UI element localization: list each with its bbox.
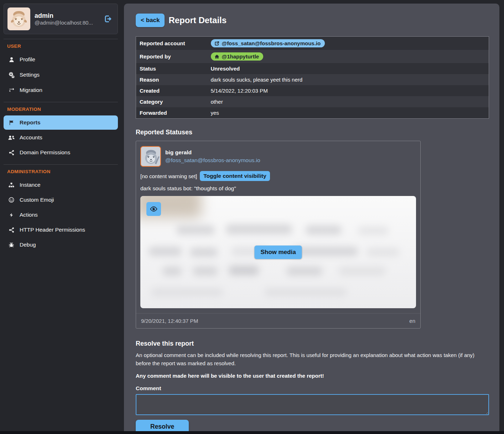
sidebar-item-label: Settings: [20, 72, 40, 78]
avatar: [140, 146, 161, 167]
blur-blob: [292, 247, 358, 256]
title-row: < back Report Details: [136, 14, 489, 27]
blur-blob: [229, 265, 259, 275]
status-display-name: big gerald: [165, 149, 260, 156]
comment-label: Comment: [136, 385, 489, 392]
sidebar-item-profile[interactable]: Profile: [4, 52, 118, 67]
main-wrap: < back Report Details Reported account: [124, 0, 504, 434]
divider: [4, 164, 118, 165]
created-value: 5/14/2022, 12:20:03 PM: [207, 85, 489, 96]
show-media-button[interactable]: Show media: [254, 246, 302, 259]
status-media-blurred[interactable]: Show media: [140, 196, 416, 308]
bolt-icon: [8, 212, 15, 218]
report-details-panel: < back Report Details Reported account: [124, 4, 499, 434]
sidebar-item-custom-emoji[interactable]: Custom Emoji: [4, 193, 118, 207]
table-row-reported-account: Reported account @foss_satan@fossbros-an…: [136, 37, 489, 50]
blur-blob: [193, 267, 218, 276]
share-nodes-icon: [8, 227, 15, 233]
sidebar-item-label: Debug: [20, 242, 36, 248]
blur-blob: [149, 247, 182, 256]
sidebar-item-label: Actions: [20, 212, 38, 218]
row-label: Reason: [136, 74, 207, 85]
eye-icon: [150, 205, 158, 213]
section-heading-moderation: MODERATION: [4, 106, 118, 113]
resolve-warning: Any comment made here will be visible to…: [136, 373, 489, 379]
sidebar-item-domain-permissions[interactable]: Domain Permissions: [4, 145, 118, 160]
sidebar-item-migration[interactable]: Migration: [4, 83, 118, 97]
back-button[interactable]: < back: [136, 14, 165, 27]
status-author: big gerald @foss_satan@fossbros-anonymou…: [165, 149, 260, 164]
sign-out-icon: [103, 14, 113, 24]
table-row-category: Category other: [136, 96, 489, 107]
share-nodes-icon: [8, 150, 15, 156]
sidebar-item-http-header-permissions[interactable]: HTTP Header Permissions: [4, 223, 118, 237]
user-name: admin: [35, 12, 98, 20]
row-label: Status: [136, 63, 207, 74]
blur-blob: [264, 288, 347, 296]
sidebar-item-label: Reports: [20, 119, 41, 126]
user-meta: admin @admin@localhost:80...: [35, 12, 98, 26]
status-timestamp: 9/20/2021, 12:40:37 PM: [141, 318, 198, 324]
sidebar-item-instance[interactable]: Instance: [4, 178, 118, 192]
sidebar-item-label: Instance: [20, 182, 41, 188]
row-label: Forwarded: [136, 107, 207, 119]
reported-account-pill[interactable]: @foss_satan@fossbros-anonymous.io: [211, 39, 325, 47]
sidebar-item-label: Migration: [20, 87, 42, 93]
reported-account-handle: @foss_satan@fossbros-anonymous.io: [222, 40, 321, 46]
reported-by-handle: @1happyturtle: [222, 53, 259, 60]
blur-blob: [226, 224, 292, 234]
sidebar-item-settings[interactable]: Settings: [4, 67, 118, 82]
divider: [4, 102, 118, 102]
sidebar-item-reports[interactable]: Reports: [4, 115, 118, 130]
hide-media-eye-button[interactable]: [146, 202, 161, 216]
avatar: [7, 7, 30, 30]
smiley-icon: [8, 197, 15, 203]
status-header: big gerald @foss_satan@fossbros-anonymou…: [140, 146, 416, 167]
report-info-table: Reported account @foss_satan@fossbros-an…: [136, 36, 489, 119]
sidebar-item-label: Profile: [20, 56, 35, 63]
table-row-status: Status Unresolved: [136, 63, 489, 74]
reported-by-pill[interactable]: @1happyturtle: [211, 52, 264, 61]
blur-blob: [176, 225, 215, 235]
blur-blob: [286, 267, 322, 276]
reported-status-card: big gerald @foss_satan@fossbros-anonymou…: [136, 141, 421, 329]
sidebar: admin @admin@localhost:80... USER: [0, 0, 124, 434]
user-card[interactable]: admin @admin@localhost:80...: [4, 4, 118, 34]
house-icon: [214, 54, 219, 59]
row-label: Created: [136, 85, 207, 96]
status-language-tag: en: [409, 318, 415, 324]
status-author-handle-link[interactable]: @foss_satan@fossbros-anonymous.io: [165, 157, 260, 164]
bottom-strip: [0, 431, 504, 434]
sidebar-item-label: Custom Emoji: [20, 197, 54, 203]
sidebar-item-debug[interactable]: Debug: [4, 238, 118, 252]
table-row-created: Created 5/14/2022, 12:20:03 PM: [136, 85, 489, 96]
row-label: Category: [136, 96, 207, 107]
transfer-arrows-icon: [8, 87, 15, 93]
table-row-forwarded: Forwarded yes: [136, 107, 489, 119]
section-heading-administration: ADMINISTRATION: [4, 168, 118, 175]
row-label: Reported account: [136, 37, 207, 50]
divider: [4, 39, 118, 39]
blur-blob: [190, 248, 217, 257]
sidebar-item-label: HTTP Header Permissions: [20, 227, 85, 233]
toggle-content-visibility-button[interactable]: Toggle content visibility: [200, 171, 270, 181]
sidebar-item-actions[interactable]: Actions: [4, 208, 118, 222]
forwarded-value: yes: [207, 107, 489, 119]
bug-icon: [8, 242, 15, 248]
blur-blob: [162, 267, 182, 276]
comment-input[interactable]: [136, 394, 489, 415]
sitemap-icon: [8, 182, 15, 188]
page-title: Report Details: [168, 15, 227, 25]
row-label: Reported by: [136, 50, 207, 63]
table-row-reason: Reason dark souls sucks, please yeet thi…: [136, 74, 489, 85]
sidebar-item-accounts[interactable]: Accounts: [4, 130, 118, 145]
status-footer: 9/20/2021, 12:40:37 PM en: [136, 313, 420, 328]
reported-statuses-heading: Reported Statuses: [136, 129, 489, 136]
user-handle: @admin@localhost:80...: [35, 20, 98, 26]
blur-blob: [339, 267, 386, 276]
blur-blob: [358, 226, 388, 235]
gears-icon: [8, 71, 15, 78]
table-row-reported-by: Reported by @1happyturtle: [136, 50, 489, 63]
category-value: other: [207, 96, 489, 107]
logout-button[interactable]: [103, 14, 113, 24]
